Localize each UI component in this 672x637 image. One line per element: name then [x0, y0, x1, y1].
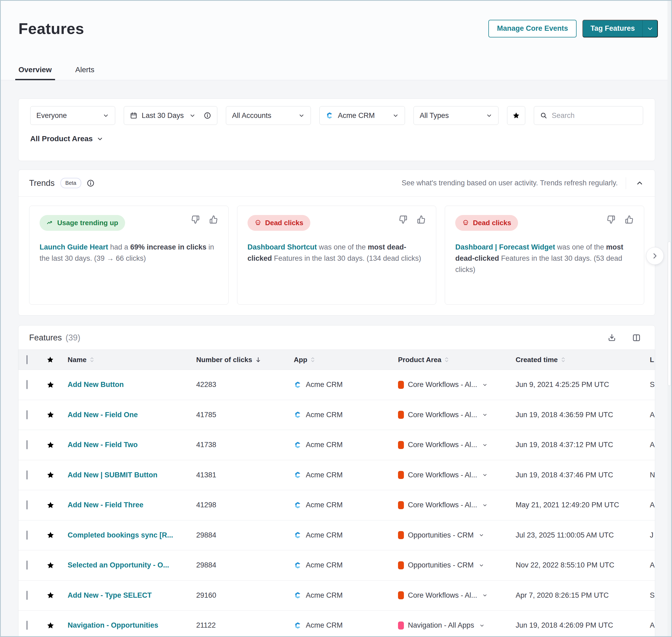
chevron-down-icon	[647, 25, 654, 32]
created-time-value: Jun 19, 2018 4:37:12 PM UTC	[516, 441, 650, 449]
trend-card: Dead clicks Dashboard Shortcut was one o…	[237, 206, 436, 305]
thumbs-up-button[interactable]	[625, 215, 634, 224]
acme-crm-logo-icon	[294, 411, 302, 419]
trend-feature-link[interactable]: Dashboard Shortcut	[247, 243, 317, 251]
chevron-down-icon	[482, 593, 488, 598]
column-header-clicks[interactable]: Number of clicks	[196, 356, 294, 364]
thumbs-up-button[interactable]	[209, 215, 218, 224]
product-area-swatch	[398, 531, 404, 539]
column-header-app[interactable]: App	[294, 356, 398, 364]
app-name: Acme CRM	[306, 591, 343, 600]
trends-description: See what's trending based on user activi…	[402, 179, 618, 187]
next-trends-button[interactable]	[646, 247, 664, 265]
product-area-dropdown[interactable]: Core Workflows - Al...	[398, 591, 516, 600]
tab-alerts[interactable]: Alerts	[75, 66, 95, 80]
clicks-value: 29884	[196, 531, 294, 540]
feature-name-link[interactable]: Navigation - Opportunities	[68, 621, 158, 629]
product-area-name: Core Workflows - Al...	[408, 501, 477, 509]
types-filter-dropdown[interactable]: All Types	[413, 106, 499, 125]
row-checkbox[interactable]	[26, 621, 27, 630]
accounts-filter-dropdown[interactable]: All Accounts	[226, 106, 311, 125]
feature-name-link[interactable]: Add New | SUBMIT Button	[68, 471, 157, 479]
row-checkbox[interactable]	[26, 500, 27, 509]
star-icon[interactable]	[46, 441, 55, 449]
product-area-dropdown[interactable]: Core Workflows - Al...	[398, 501, 516, 509]
columns-button[interactable]	[632, 333, 641, 342]
clipped-cell: A	[650, 501, 655, 509]
collapse-trends-button[interactable]	[634, 178, 645, 189]
column-header-name[interactable]: Name	[68, 356, 196, 364]
trend-badge: Dead clicks	[455, 215, 518, 231]
product-area-swatch	[398, 591, 404, 599]
product-area-dropdown[interactable]: Core Workflows - Al...	[398, 441, 516, 449]
search-input[interactable]	[552, 111, 637, 120]
product-area-dropdown[interactable]: Core Workflows - Al...	[398, 411, 516, 419]
star-icon[interactable]	[46, 591, 55, 600]
product-area-dropdown[interactable]: Opportunities - CRM	[398, 561, 516, 569]
date-range-filter-dropdown[interactable]: Last 30 Days	[124, 106, 217, 125]
feature-name-link[interactable]: Add New - Field Three	[68, 501, 144, 509]
product-area-dropdown[interactable]: Navigation - All Apps	[398, 621, 516, 630]
row-checkbox[interactable]	[26, 591, 27, 600]
trend-feature-link[interactable]: Dashboard | Forecast Widget	[455, 243, 555, 251]
star-icon[interactable]	[46, 471, 55, 479]
clicks-value: 21122	[196, 621, 294, 630]
created-time-value: Jul 23, 2025 11:00:05 AM UTC	[516, 531, 650, 540]
star-icon[interactable]	[46, 501, 55, 509]
product-area-dropdown[interactable]: Core Workflows - Al...	[398, 381, 516, 389]
info-icon[interactable]	[87, 179, 95, 187]
chevron-down-icon	[482, 472, 488, 478]
thumbs-down-button[interactable]	[398, 215, 408, 224]
chevron-down-icon	[482, 382, 488, 387]
star-icon[interactable]	[46, 411, 55, 419]
trend-text: Dashboard Shortcut was one of the most d…	[247, 241, 426, 264]
app-filter-dropdown[interactable]: Acme CRM	[319, 106, 405, 125]
trend-feature-link[interactable]: Launch Guide Heart	[40, 243, 108, 251]
feature-name-link[interactable]: Selected an Opportunity - O...	[68, 561, 169, 569]
star-icon[interactable]	[46, 531, 55, 540]
app-cell: Acme CRM	[294, 441, 398, 449]
scrollbar[interactable]	[668, 1, 671, 636]
tag-features-dropdown-button[interactable]	[642, 20, 657, 37]
row-checkbox[interactable]	[26, 561, 27, 570]
segment-filter-dropdown[interactable]: Everyone	[30, 106, 115, 125]
product-area-name: Core Workflows - Al...	[408, 411, 477, 419]
row-checkbox[interactable]	[26, 470, 27, 479]
tab-overview[interactable]: Overview	[18, 66, 52, 80]
thumbs-down-button[interactable]	[191, 215, 200, 224]
select-all-checkbox[interactable]	[26, 355, 27, 364]
row-checkbox[interactable]	[26, 440, 27, 449]
thumbs-down-button[interactable]	[606, 215, 616, 224]
star-icon[interactable]	[46, 561, 55, 570]
star-icon[interactable]	[46, 621, 55, 630]
feature-name-link[interactable]: Completed bookings sync [R...	[68, 531, 173, 539]
column-header-product-area[interactable]: Product Area	[398, 356, 516, 364]
row-checkbox[interactable]	[26, 380, 27, 389]
product-areas-filter-dropdown[interactable]: All Product Areas	[30, 134, 643, 143]
product-area-swatch	[398, 471, 404, 479]
starred-filter-button[interactable]	[507, 106, 525, 125]
feature-name-link[interactable]: Add New Button	[68, 381, 124, 388]
column-header-created-time[interactable]: Created time	[516, 356, 650, 364]
star-icon	[46, 356, 54, 364]
download-button[interactable]	[607, 333, 616, 342]
feature-name-link[interactable]: Add New - Field One	[68, 411, 138, 419]
thumbs-up-button[interactable]	[417, 215, 426, 224]
acme-crm-logo-icon	[294, 591, 302, 599]
clicks-value: 41785	[196, 411, 294, 419]
product-area-dropdown[interactable]: Opportunities - CRM	[398, 531, 516, 540]
created-time-value: Jun 19, 2018 4:36:59 PM UTC	[516, 411, 650, 419]
info-icon[interactable]	[204, 112, 211, 119]
row-checkbox[interactable]	[26, 410, 27, 419]
star-icon[interactable]	[46, 381, 55, 389]
feature-name-link[interactable]: Add New - Field Two	[68, 441, 138, 449]
tag-features-button[interactable]: Tag Features	[582, 20, 658, 37]
row-checkbox[interactable]	[26, 531, 27, 540]
sort-desc-icon	[256, 357, 261, 363]
product-area-dropdown[interactable]: Core Workflows - Al...	[398, 471, 516, 479]
scrollbar-thumb[interactable]	[668, 241, 671, 386]
table-header-row: Name Number of clicks App Product Area C…	[18, 349, 655, 370]
manage-core-events-button[interactable]: Manage Core Events	[488, 20, 577, 37]
product-area-swatch	[398, 561, 404, 569]
feature-name-link[interactable]: Add New - Type SELECT	[68, 591, 152, 599]
